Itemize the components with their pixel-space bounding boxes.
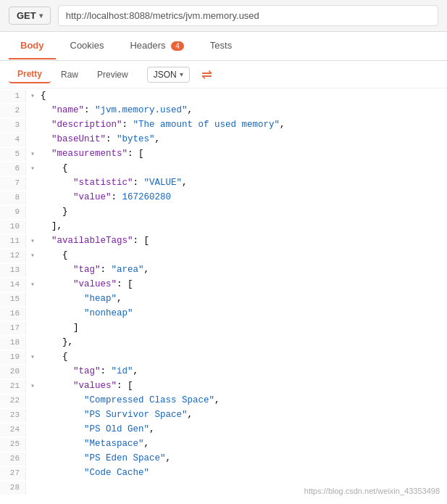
collapse-toggle[interactable]: ▾ [28,352,38,363]
line-number: 23 [0,409,26,422]
line-number: 7 [0,177,26,190]
json-line: 23 "PS Survivor Space", [0,408,447,422]
method-selector[interactable]: GET ▾ [9,7,51,25]
line-number: 15 [0,293,26,306]
line-content: "statistic": "VALUE", [38,175,188,190]
wrap-button[interactable]: ⇌ [197,65,217,84]
json-line: 26 "PS Eden Space", [0,451,447,466]
line-content: { [38,248,68,263]
json-line: 24 "PS Old Gen", [0,422,447,437]
json-line: 12▾ { [0,248,447,263]
json-line: 2 "name": "jvm.memory.used", [0,103,447,117]
line-content: "name": "jvm.memory.used", [38,103,193,117]
json-line: 16 "nonheap" [0,306,447,321]
json-line: 6▾ { [0,161,447,175]
line-number: 13 [0,264,26,277]
headers-badge: 4 [171,41,184,51]
raw-button[interactable]: Raw [52,67,87,83]
collapse-toggle[interactable]: ▾ [28,250,38,262]
line-content: "baseUnit": "bytes", [38,132,160,146]
line-number: 25 [0,438,26,451]
line-content: "values": [ [38,379,133,393]
line-content: "Code Cache" [38,466,149,480]
line-number: 1 [0,90,26,103]
format-bar: Pretty Raw Preview JSON ▾ ⇌ [0,61,447,88]
format-chevron-icon: ▾ [180,70,183,78]
json-line: 1▾{ [0,88,447,103]
line-content: "description": "The amount of used memor… [38,117,285,132]
line-number: 17 [0,322,26,335]
json-line: 7 "statistic": "VALUE", [0,175,447,190]
tab-bar: Body Cookies Headers 4 Tests [0,32,447,61]
tab-cookies[interactable]: Cookies [59,33,116,59]
json-line: 15 "heap", [0,292,447,306]
json-line: 22 "Compressed Class Space", [0,393,447,408]
line-number: 24 [0,424,26,437]
url-input[interactable] [58,5,438,26]
line-number: 9 [0,206,26,219]
line-number: 16 [0,307,26,321]
line-number: 4 [0,133,26,146]
line-content: "availableTags": [ [38,234,149,248]
line-number: 3 [0,119,26,132]
collapse-toggle[interactable]: ▾ [28,163,38,175]
line-number: 21 [0,380,26,393]
json-line: 25 "Metaspace", [0,437,447,451]
line-number: 10 [0,220,26,234]
json-line: 5▾ "measurements": [ [0,146,447,161]
collapse-toggle[interactable]: ▾ [28,236,38,247]
json-line: 11▾ "availableTags": [ [0,234,447,248]
line-content: "heap", [38,292,122,306]
format-selector[interactable]: JSON ▾ [147,67,190,83]
line-number: 18 [0,336,26,350]
line-content: }, [38,335,73,350]
collapse-toggle[interactable]: ▾ [28,149,38,160]
line-number: 19 [0,351,26,364]
json-line: 9 } [0,205,447,219]
line-number: 8 [0,191,26,205]
json-line: 13 "tag": "area", [0,263,447,277]
line-number: 26 [0,453,26,466]
line-content: { [38,350,68,364]
line-number: 27 [0,467,26,480]
pretty-button[interactable]: Pretty [9,66,51,83]
line-number: 14 [0,278,26,292]
json-line: 21▾ "values": [ [0,379,447,393]
line-content: ], [38,219,62,234]
tab-tests[interactable]: Tests [199,33,243,59]
preview-button[interactable]: Preview [88,67,137,83]
collapse-toggle[interactable]: ▾ [28,279,38,291]
line-content: } [38,205,68,219]
line-content: { [38,88,46,103]
tab-headers[interactable]: Headers 4 [118,33,195,59]
line-content: "PS Eden Space", [38,451,171,466]
line-number: 12 [0,249,26,263]
line-content: ] [38,321,79,335]
json-line: 10 ], [0,219,447,234]
json-line: 19▾ { [0,350,447,364]
json-line: 20 "tag": "id", [0,364,447,379]
line-number: 2 [0,104,26,117]
line-number: 20 [0,365,26,379]
line-content: "PS Old Gen", [38,422,155,437]
line-content: "measurements": [ [38,146,144,161]
json-line: 14▾ "values": [ [0,277,447,292]
json-line: 27 "Code Cache" [0,466,447,480]
line-content: "tag": "area", [38,263,149,277]
line-number: 11 [0,235,26,248]
tab-body[interactable]: Body [9,33,56,59]
wrap-icon: ⇌ [201,67,212,82]
line-content: "PS Survivor Space", [38,408,193,422]
line-content: "nonheap" [38,306,133,321]
json-line: 3 "description": "The amount of used mem… [0,117,447,132]
line-number: 5 [0,148,26,161]
line-content: { [38,161,68,175]
line-content [38,480,73,495]
line-content: "tag": "id", [38,364,138,379]
collapse-toggle[interactable]: ▾ [28,381,38,392]
collapse-toggle[interactable]: ▾ [28,91,38,102]
json-line: 17 ] [0,321,447,335]
top-bar: GET ▾ [0,0,447,32]
line-content: "Compressed Class Space", [38,393,220,408]
json-view: 1▾{2 "name": "jvm.memory.used",3 "descri… [0,88,447,504]
